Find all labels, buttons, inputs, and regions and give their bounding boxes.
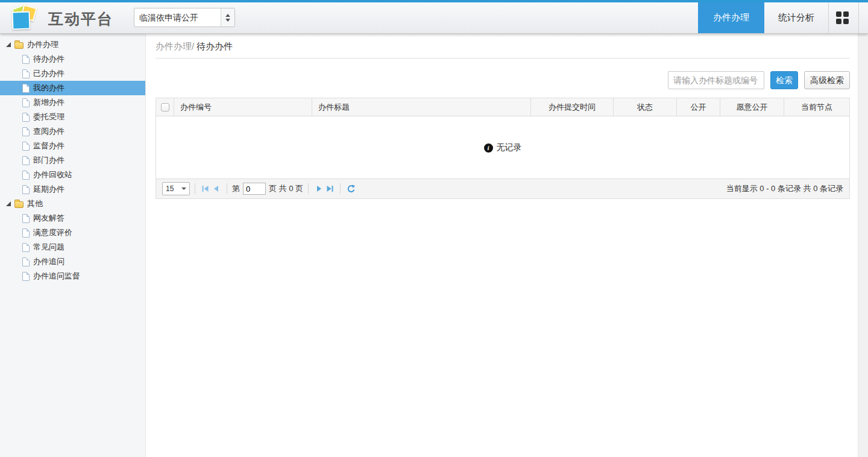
sidebar-item-new-case[interactable]: 新增办件 xyxy=(0,95,145,110)
sidebar-group-label: 其他 xyxy=(27,198,43,209)
folder-icon xyxy=(14,42,24,49)
unit-selector-combobox[interactable]: 临淄依申请公开 xyxy=(134,8,235,27)
sidebar-item-my-cases[interactable]: 我的办件 xyxy=(0,81,145,95)
sidebar-item-recycle-bin[interactable]: 办件回收站 xyxy=(0,168,145,182)
pagination-bar: 15 第 页 共 0 页 xyxy=(156,178,849,198)
sidebar-item-supervise-cases[interactable]: 监督办件 xyxy=(0,139,145,153)
page-suffix-label: 页 共 0 页 xyxy=(269,183,303,194)
sidebar-item-label: 查阅办件 xyxy=(33,126,64,137)
file-icon xyxy=(22,98,30,107)
app-header: 互动平台 临淄依申请公开 办件办理 统计分析 xyxy=(0,2,868,34)
next-page-icon xyxy=(315,184,323,193)
expand-triangle-icon[interactable] xyxy=(6,42,11,47)
expand-triangle-icon[interactable] xyxy=(6,201,11,206)
chevron-down-icon xyxy=(181,188,186,190)
sidebar-group-others[interactable]: 其他 xyxy=(0,197,145,211)
pager-separator xyxy=(195,183,195,194)
select-all-checkbox[interactable] xyxy=(161,103,169,112)
grid-square xyxy=(843,19,849,24)
sidebar-tree: 办件办理 待办办件 已办办件 我的办件 新增办件 委托受理 查阅办件 监督办件 xyxy=(0,34,146,457)
spinner-down-icon xyxy=(225,19,230,22)
column-header-submit-time[interactable]: 办件提交时间 xyxy=(531,98,614,116)
sidebar-item-label: 办件追问 xyxy=(33,256,64,267)
file-icon xyxy=(22,113,30,122)
sidebar-item-label: 满意度评价 xyxy=(33,227,72,238)
breadcrumb: 办件办理/ 待办办件 xyxy=(156,41,233,52)
empty-message-text: 无记录 xyxy=(497,142,522,153)
pager-separator xyxy=(340,183,341,194)
spinner-up-icon xyxy=(225,14,230,17)
sidebar-group-case-handling[interactable]: 办件办理 xyxy=(0,37,145,52)
folder-icon xyxy=(14,201,24,208)
file-icon xyxy=(22,214,30,223)
page-prefix-label: 第 xyxy=(232,183,240,194)
sidebar-item-label: 办件追问监督 xyxy=(33,271,80,282)
header-separator xyxy=(828,2,829,33)
file-icon xyxy=(22,69,30,78)
pager-separator xyxy=(308,183,309,194)
column-header-current-node[interactable]: 当前节点 xyxy=(784,98,849,116)
file-icon xyxy=(22,185,30,194)
empty-message: i 无记录 xyxy=(156,142,849,153)
sidebar-item-case-followup[interactable]: 办件追问 xyxy=(0,254,145,269)
unit-selector-value: 临淄依申请公开 xyxy=(134,8,221,27)
file-icon xyxy=(22,84,30,93)
sidebar-item-delayed-cases[interactable]: 延期办件 xyxy=(0,182,145,197)
sidebar-item-faq[interactable]: 常见问题 xyxy=(0,240,145,254)
tab-statistics[interactable]: 统计分析 xyxy=(764,2,828,33)
sidebar-item-label: 新增办件 xyxy=(33,97,64,108)
info-icon: i xyxy=(484,143,493,153)
file-icon xyxy=(22,55,30,64)
column-header-status[interactable]: 状态 xyxy=(614,98,677,116)
sidebar-item-label: 部门办件 xyxy=(33,155,64,166)
main-content: 办件办理/ 待办办件 检索 高级检索 办件编号 办件标题 办件提交时间 状态 公… xyxy=(146,34,868,457)
tab-case-handling[interactable]: 办件办理 xyxy=(698,2,764,33)
column-header-willing-public[interactable]: 愿意公开 xyxy=(720,98,784,116)
column-header-public[interactable]: 公开 xyxy=(677,98,720,116)
sidebar-item-followup-supervision[interactable]: 办件追问监督 xyxy=(0,269,145,283)
column-header-case-title[interactable]: 办件标题 xyxy=(312,98,531,116)
table-body: i 无记录 xyxy=(156,116,849,178)
breadcrumb-current: 待办办件 xyxy=(197,41,233,51)
sidebar-item-label: 延期办件 xyxy=(33,184,64,195)
column-header-case-number[interactable]: 办件编号 xyxy=(174,98,312,116)
first-page-icon xyxy=(201,184,210,193)
last-page-icon xyxy=(326,184,334,193)
sidebar-item-label: 监督办件 xyxy=(33,140,64,151)
combobox-spinner-button[interactable] xyxy=(221,8,234,27)
sidebar-item-label: 常见问题 xyxy=(33,242,64,253)
logo-blue-square xyxy=(11,11,30,30)
apps-grid-icon[interactable] xyxy=(836,11,849,25)
search-button[interactable]: 检索 xyxy=(770,71,798,89)
page-number-input[interactable] xyxy=(243,183,266,195)
page-size-select[interactable]: 15 xyxy=(162,182,190,195)
next-page-button[interactable] xyxy=(313,183,324,194)
prev-page-button[interactable] xyxy=(211,183,222,194)
table-header-row: 办件编号 办件标题 办件提交时间 状态 公开 愿意公开 当前节点 xyxy=(156,98,849,116)
page-size-value: 15 xyxy=(166,184,174,193)
sidebar-item-done-cases[interactable]: 已办办件 xyxy=(0,66,145,81)
scrollbar-track[interactable] xyxy=(858,34,868,457)
app-logo-icon xyxy=(11,5,41,31)
sidebar-item-satisfaction-evaluation[interactable]: 满意度评价 xyxy=(0,225,145,240)
top-accent-strip xyxy=(0,0,868,2)
refresh-icon xyxy=(347,184,356,194)
sidebar-item-label: 已办办件 xyxy=(33,68,64,79)
sidebar-item-label: 委托受理 xyxy=(33,112,64,122)
sidebar-item-todo-cases[interactable]: 待办办件 xyxy=(0,52,145,66)
search-input[interactable] xyxy=(668,71,764,89)
refresh-button[interactable] xyxy=(345,183,356,194)
sidebar-item-label: 待办办件 xyxy=(33,54,64,65)
breadcrumb-parent: 办件办理/ xyxy=(156,41,194,51)
sidebar-item-review-cases[interactable]: 查阅办件 xyxy=(0,124,145,139)
advanced-search-button[interactable]: 高级检索 xyxy=(804,71,850,89)
pager-status-text: 当前显示 0 - 0 条记录 共 0 条记录 xyxy=(726,183,843,194)
sidebar-item-entrusted-acceptance[interactable]: 委托受理 xyxy=(0,110,145,124)
sidebar-group-label: 办件办理 xyxy=(27,39,58,50)
first-page-button[interactable] xyxy=(200,183,211,194)
last-page-button[interactable] xyxy=(324,183,335,194)
sidebar-item-label: 我的办件 xyxy=(33,83,64,93)
sidebar-item-netizen-answers[interactable]: 网友解答 xyxy=(0,211,145,225)
grid-square xyxy=(843,11,849,17)
sidebar-item-department-cases[interactable]: 部门办件 xyxy=(0,153,145,168)
